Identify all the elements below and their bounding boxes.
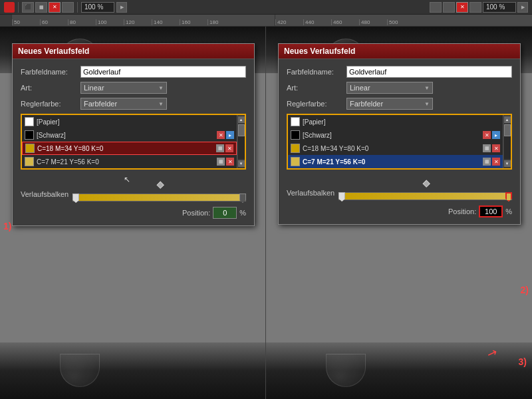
schwarz-icons-left: ✕ ▸: [217, 131, 234, 139]
farbfeldname-input-right[interactable]: [346, 66, 512, 78]
c7-name-right: C=7 M=21 Y=56 K=0: [303, 158, 480, 166]
schwarz-name-right: [Schwarz]: [303, 132, 480, 139]
percent-label-right: %: [505, 207, 512, 215]
list-item-c7-left[interactable]: C=7 M=21 Y=56 K=0 ▦ ✕: [22, 155, 237, 168]
scroll-down-left[interactable]: ▼: [238, 160, 245, 167]
reglerfarbe-dropdown-left[interactable]: Farbfelder ▼: [80, 98, 167, 110]
reglerfarbe-dropdown-arrow-right: ▼: [424, 101, 430, 107]
tool-icon-2[interactable]: ▦: [35, 2, 47, 13]
farbfeldname-input-left[interactable]: [80, 66, 246, 78]
zoom-arrow-right[interactable]: ▶: [517, 2, 528, 13]
c18-icon-grid-right: ▦: [483, 144, 491, 152]
schwarz-icons-right: ✕ ▸: [483, 131, 500, 139]
gradient-bar-right: [338, 192, 512, 200]
scroll-track-right: [504, 124, 511, 159]
papier-swatch-left: [25, 117, 34, 126]
farbfeldname-label-right: Farbfeldname:: [287, 68, 346, 76]
scroll-thumb-right[interactable]: [504, 124, 511, 136]
schwarz-icon-flag-right: ▸: [492, 131, 500, 139]
c18-icons-left: ▦ ✕: [216, 144, 233, 152]
list-item-schwarz-left[interactable]: [Schwarz] ✕ ▸: [22, 128, 237, 142]
list-item-papier-right[interactable]: [Papier]: [288, 115, 503, 128]
position-row-left: Position: %: [21, 207, 246, 219]
ruler-mark: 60: [40, 19, 68, 25]
c18-swatch-left: [25, 144, 35, 153]
scroll-down-right[interactable]: ▼: [504, 160, 511, 167]
ruler-mark: 160: [180, 19, 207, 25]
verlaufsbalken-label-left: Verlaufsbalken: [21, 190, 68, 198]
position-label-right: Position:: [448, 207, 476, 215]
position-input-right[interactable]: 100: [479, 205, 503, 217]
list-item-papier-left[interactable]: [Papier]: [22, 115, 237, 128]
left-dark-bottom: [0, 342, 266, 399]
ruler-mark: 440: [303, 19, 331, 25]
scroll-thumb-left[interactable]: [238, 124, 245, 136]
dialog-left-title: Neues Verlaufsfeld: [13, 44, 254, 59]
scroll-track-left: [238, 124, 245, 159]
c18-name-right: C=18 M=34 Y=80 K=0: [303, 145, 480, 152]
c18-icon-grid-left: ▦: [216, 144, 224, 152]
left-panel: Neues Verlaufsfeld Farbfeldname: Art: Li…: [0, 27, 266, 399]
papier-name-right: [Papier]: [303, 118, 500, 126]
ruler-mark: 500: [387, 19, 415, 25]
right-icon-1[interactable]: [430, 2, 442, 13]
right-icon-3[interactable]: ✕: [456, 2, 468, 13]
position-input-left[interactable]: [213, 207, 237, 219]
c18-swatch-right: [291, 144, 300, 153]
annotation-1: 1): [3, 221, 11, 231]
ruler-mark: 460: [331, 19, 359, 25]
color-items-right: [Papier] [Schwarz] ✕ ▸: [288, 115, 503, 168]
zoom-input-right[interactable]: 100 %: [483, 2, 516, 13]
verlaufsbalken-label-right: Verlaufsbalken: [287, 189, 334, 197]
app-icon: [4, 2, 15, 13]
dialog-right-title: Neues Verlaufsfeld: [279, 44, 520, 59]
ruler-mark: 180: [207, 19, 235, 25]
zoom-input[interactable]: 100 %: [81, 2, 114, 13]
list-item-c18-left[interactable]: C=18 M=34 Y=80 K=0 ▦ ✕: [22, 142, 237, 155]
reglerfarbe-row-right: Reglerfarbe: Farbfelder ▼: [287, 98, 512, 110]
papier-swatch-right: [291, 117, 300, 126]
list-scrollbar-right[interactable]: ▲ ▼: [503, 115, 511, 168]
schwarz-icon-x-left: ✕: [217, 131, 225, 139]
right-icon-4[interactable]: [469, 2, 481, 13]
scroll-up-right[interactable]: ▲: [504, 116, 511, 123]
main-area: Neues Verlaufsfeld Farbfeldname: Art: Li…: [0, 27, 532, 399]
c18-icon-x-left: ✕: [225, 144, 233, 152]
tool-icon-3[interactable]: ✕: [49, 2, 61, 13]
list-scrollbar-left[interactable]: ▲ ▼: [237, 115, 245, 168]
art-dropdown-arrow-right: ▼: [424, 85, 430, 91]
mouse-cursor-left: ↖: [124, 175, 130, 184]
annotation-3: 3): [519, 356, 527, 367]
percent-label-left: %: [239, 209, 246, 217]
schwarz-swatch-left: [25, 130, 34, 140]
position-label-left: Position:: [182, 209, 210, 217]
right-icon-2[interactable]: [443, 2, 455, 13]
reglerfarbe-dropdown-right[interactable]: Farbfelder ▼: [346, 98, 433, 110]
art-label-left: Art:: [21, 84, 80, 92]
color-items-left: [Papier] [Schwarz] ✕ ▸: [22, 115, 237, 168]
zoom-arrow[interactable]: ▶: [116, 2, 127, 13]
color-list-left: [Papier] [Schwarz] ✕ ▸: [21, 114, 246, 170]
dialog-right-body: Farbfeldname: Art: Linear ▼ Reglerfarbe:…: [279, 59, 520, 224]
drag-arrow-right: [287, 175, 512, 182]
list-item-c7-right[interactable]: C=7 M=21 Y=56 K=0 ▦ ✕: [288, 155, 503, 168]
scroll-up-left[interactable]: ▲: [238, 116, 245, 123]
reglerfarbe-label-right: Reglerfarbe:: [287, 100, 346, 108]
list-item-schwarz-right[interactable]: [Schwarz] ✕ ▸: [288, 128, 503, 142]
art-dropdown-left[interactable]: Linear ▼: [80, 82, 167, 94]
list-item-c18-right[interactable]: C=18 M=34 Y=80 K=0 ▦ ✕: [288, 142, 503, 155]
schwarz-swatch-right: [291, 130, 300, 140]
annotation-2: 2): [521, 285, 529, 295]
c18-name-left: C=18 M=34 Y=80 K=0: [37, 145, 213, 152]
art-dropdown-right[interactable]: Linear ▼: [346, 82, 433, 94]
ruler-mark: 140: [152, 19, 180, 25]
c7-icon-x-right: ✕: [492, 158, 500, 166]
tool-icon-4[interactable]: [62, 2, 74, 13]
art-dropdown-arrow-left: ▼: [158, 85, 164, 91]
ruler-mark: 50: [12, 19, 40, 25]
farbfeldname-label-left: Farbfeldname:: [21, 68, 80, 76]
ruler-mark: 100: [96, 19, 124, 25]
c7-icons-left: ▦ ✕: [217, 158, 234, 166]
tool-icon-1[interactable]: ⬛: [22, 2, 34, 13]
reglerfarbe-value-right: Farbfelder: [350, 100, 383, 108]
